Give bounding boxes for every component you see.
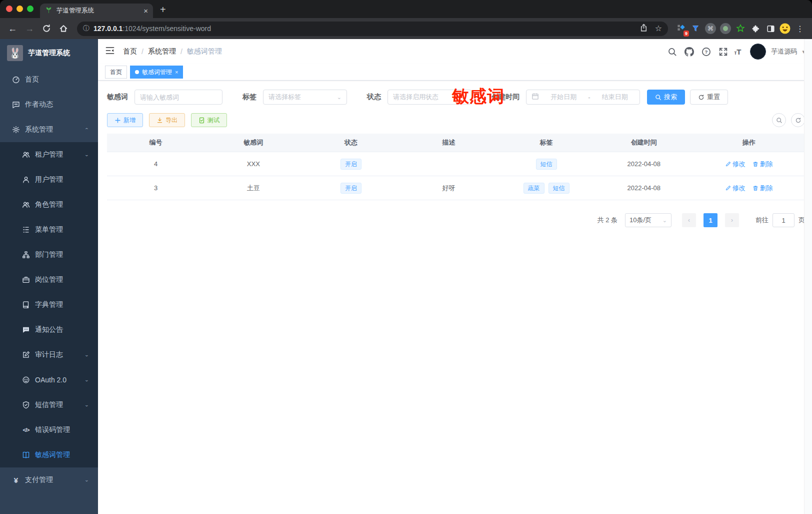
delete-link[interactable]: 删除: [752, 184, 773, 193]
search-button[interactable]: 搜索: [647, 90, 685, 105]
page-content: 敏感词 标签 请选择标签 ⌄ 状态 请选择启用状态 ⌄ 创建时间: [98, 81, 812, 514]
edit-link[interactable]: 修改: [725, 160, 746, 169]
cell-created: 2022-04-08: [595, 184, 692, 192]
next-page-button[interactable]: ›: [725, 213, 739, 227]
current-page[interactable]: 1: [704, 213, 718, 227]
browser-menu-icon[interactable]: ⋮: [793, 24, 807, 34]
profile-avatar-emoji[interactable]: [779, 23, 791, 35]
add-button[interactable]: 新增: [107, 113, 143, 127]
sidebar-item-system-mgmt[interactable]: 系统管理 ⌃: [0, 117, 98, 142]
tags-view-bar: 首页 敏感词管理 ×: [98, 64, 812, 81]
cell-desc: 好呀: [400, 184, 498, 193]
browser-tab[interactable]: 芋道管理系统 ×: [40, 4, 153, 18]
extension-command-icon[interactable]: ⌘: [704, 22, 717, 35]
app-navbar: 首页 / 系统管理 / 敏感词管理 ? тT 芋道源码 ▾: [98, 39, 812, 64]
browser-toolbar: ← → ⓘ 127.0.0.1:1024/system/sensitive-wo…: [0, 18, 812, 39]
header-search-icon[interactable]: [666, 46, 678, 58]
total-count: 共 2 条: [598, 216, 618, 225]
extension-badge: 9: [684, 31, 689, 37]
col-desc: 描述: [400, 138, 498, 147]
share-icon[interactable]: [640, 24, 648, 34]
edit-link[interactable]: 修改: [725, 184, 746, 193]
prev-page-button[interactable]: ‹: [682, 213, 696, 227]
chevron-down-icon: ⌄: [84, 352, 89, 357]
sidebar-collapse-icon[interactable]: [105, 46, 115, 58]
keyword-label: 敏感词: [107, 93, 128, 102]
fullscreen-icon[interactable]: [717, 46, 729, 58]
extension-record-icon[interactable]: [719, 22, 732, 35]
cell-status: 开启: [302, 183, 400, 194]
back-icon[interactable]: ←: [5, 21, 20, 36]
audit-icon: [22, 351, 30, 359]
user-avatar[interactable]: [750, 44, 766, 60]
export-button[interactable]: 导出: [149, 113, 185, 127]
close-window-button[interactable]: [6, 6, 12, 12]
sidebar-item-pay-mgmt[interactable]: ¥ 支付管理 ⌄: [0, 467, 98, 492]
reset-button[interactable]: 重置: [690, 90, 728, 105]
extensions-puzzle-icon[interactable]: [749, 22, 762, 35]
sidebar-item-user-mgmt[interactable]: 用户管理: [0, 167, 98, 192]
page-size-select[interactable]: 10条/页 ⌄: [625, 213, 672, 227]
sidebar-item-sensitive-word[interactable]: 敏感词管理: [0, 442, 98, 467]
green-dot: [723, 26, 728, 31]
maximize-window-button[interactable]: [27, 6, 34, 12]
pagination: 共 2 条 10条/页 ⌄ ‹ 1 › 前往 页: [107, 213, 805, 227]
sidebar-item-role-mgmt[interactable]: 角色管理: [0, 192, 98, 217]
user-name[interactable]: 芋道源码: [771, 47, 797, 56]
cell-tags: 短信: [498, 159, 595, 170]
briefcase-icon: [22, 276, 30, 284]
date-range-picker[interactable]: 开始日期 - 结束日期: [526, 90, 640, 105]
tags-view-tab-home[interactable]: 首页: [105, 66, 127, 79]
table-toolbar: 新增 导出 测试: [107, 113, 805, 127]
sidebar-logo[interactable]: 🐰 芋道管理系统: [0, 39, 98, 67]
bookmark-star-icon[interactable]: ☆: [655, 24, 662, 34]
sidebar-item-errcode-mgmt[interactable]: </> 错误码管理: [0, 417, 98, 442]
sidebar-item-post-mgmt[interactable]: 岗位管理: [0, 267, 98, 292]
site-info-icon[interactable]: ⓘ: [83, 24, 90, 33]
sidebar-item-oauth[interactable]: OAuth 2.0 ⌄: [0, 367, 98, 392]
sensitive-word-table: 编号 敏感词 状态 描述 标签 创建时间 操作 4 XXX 开启 短信: [107, 134, 805, 200]
toggle-search-icon[interactable]: [772, 113, 786, 127]
delete-link[interactable]: 删除: [752, 160, 773, 169]
home-icon[interactable]: [56, 21, 71, 36]
tab-close-icon[interactable]: ×: [144, 7, 148, 15]
tab-title: 芋道管理系统: [56, 7, 140, 15]
chevron-down-icon: ⌄: [662, 217, 667, 224]
sidebar-item-audit-log[interactable]: 审计日志 ⌄: [0, 342, 98, 367]
sidebar-item-dept-mgmt[interactable]: 部门管理: [0, 242, 98, 267]
tag-select[interactable]: 请选择标签 ⌄: [263, 90, 347, 105]
status-badge: 开启: [340, 183, 362, 194]
sidebar-item-home[interactable]: 首页: [0, 67, 98, 92]
tag-badge: 短信: [548, 183, 570, 194]
address-bar[interactable]: ⓘ 127.0.0.1:1024/system/sensitive-word ☆: [77, 22, 668, 36]
tags-view-tab-sensitive-word[interactable]: 敏感词管理 ×: [130, 66, 183, 79]
reload-icon[interactable]: [39, 21, 54, 36]
sidebar-item-notice[interactable]: 通知公告: [0, 317, 98, 342]
minimize-window-button[interactable]: [16, 6, 23, 12]
keyword-input[interactable]: [140, 94, 217, 101]
goto-page-input[interactable]: [772, 213, 794, 227]
sidebar-item-dict-mgmt[interactable]: 字典管理: [0, 292, 98, 317]
new-tab-button[interactable]: +: [160, 4, 166, 16]
sidebar-panel-icon[interactable]: [764, 22, 777, 35]
refresh-table-icon[interactable]: [791, 113, 805, 127]
sidebar-item-sms-mgmt[interactable]: 短信管理 ⌄: [0, 392, 98, 417]
sidebar-item-menu-mgmt[interactable]: 菜单管理: [0, 217, 98, 242]
test-button[interactable]: 测试: [191, 113, 227, 127]
col-status: 状态: [302, 138, 400, 147]
browser-tabstrip: 芋道管理系统 × +: [0, 0, 812, 18]
font-size-icon[interactable]: тT: [734, 48, 741, 56]
tab-close-icon[interactable]: ×: [175, 69, 178, 75]
help-icon[interactable]: ?: [700, 46, 712, 58]
breadcrumb-system[interactable]: 系统管理: [148, 47, 176, 56]
github-icon[interactable]: [683, 46, 695, 58]
extension-green-star-icon[interactable]: [734, 22, 747, 35]
tag-badge: 短信: [536, 159, 557, 170]
extension-funnel-icon[interactable]: [689, 22, 702, 35]
breadcrumb-home[interactable]: 首页: [123, 47, 137, 56]
sidebar-item-author-news[interactable]: 作者动态: [0, 92, 98, 117]
extension-diamond-icon[interactable]: 9: [674, 22, 687, 35]
active-dot: [135, 70, 139, 74]
sidebar-item-tenant-mgmt[interactable]: 租户管理 ⌄: [0, 142, 98, 167]
dictionary-icon: [22, 301, 30, 309]
